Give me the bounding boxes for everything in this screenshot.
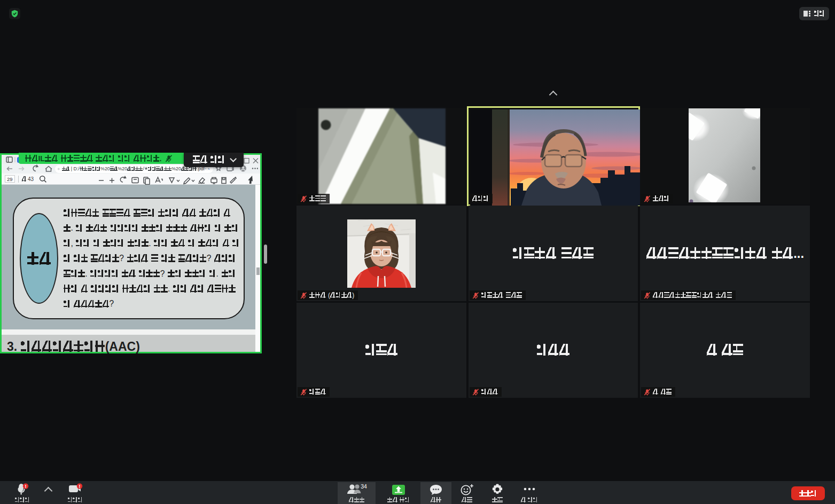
svg-text:!: ! [79, 484, 81, 489]
svg-text:34: 34 [361, 483, 367, 490]
svg-text:!: ! [25, 484, 27, 489]
